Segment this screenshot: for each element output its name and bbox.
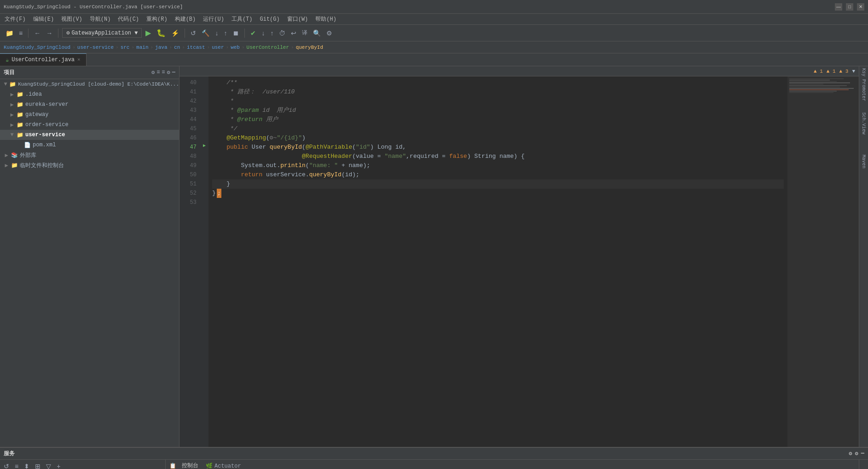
breadcrumb-itcast[interactable]: itcast [187, 45, 205, 50]
maximize-button[interactable]: □ [846, 3, 853, 11]
code-container: 40 41 42 43 44 45 46 47 48 49 50 51 52 5… [179, 76, 859, 447]
sidebar-item-eureka[interactable]: ▶ 📁 eureka-server [0, 99, 179, 110]
sidebar-item-idea[interactable]: ▶ 📁 .idea [0, 89, 179, 99]
git-history-btn[interactable]: ⏱ [277, 29, 287, 38]
menu-git[interactable]: Git(G) [257, 15, 282, 23]
svc-collapse-btn[interactable]: ≡ [13, 462, 20, 469]
maven-label: Maven [861, 155, 866, 168]
breadcrumb-module[interactable]: user-service [77, 45, 114, 50]
toolbar-separator-4 [244, 29, 245, 38]
debug-button[interactable]: 🐛 [155, 28, 168, 38]
sidebar-item-root[interactable]: ▼ 📁 KuangStudy_SpringCloud [cloud-demo] … [0, 79, 179, 89]
breadcrumb-class[interactable]: UserController [247, 45, 289, 50]
sidebar-icon-eq2[interactable]: ≡ [162, 69, 165, 76]
expand-icon[interactable]: ▼ [852, 69, 855, 74]
svc-add-btn[interactable]: + [55, 462, 62, 469]
code-editor[interactable]: /** * 路径： /user/110 * * @param id 用户id *… [208, 76, 787, 447]
menu-run[interactable]: 运行(U) [200, 14, 227, 24]
minimize-button[interactable]: — [835, 3, 842, 11]
sidebar-item-user[interactable]: ▼ 📁 user-service [0, 130, 179, 140]
toolbar-back[interactable]: ← [32, 29, 42, 38]
sidebar-icon-settings[interactable]: ⚙ [151, 69, 155, 76]
breadcrumb-root[interactable]: KuangStudy_SpringCloud [4, 45, 70, 50]
breadcrumb-cn[interactable]: cn [174, 45, 180, 50]
search-everywhere-btn[interactable]: 🔍 [311, 29, 323, 38]
breadcrumb-main[interactable]: main [136, 45, 148, 50]
console-tab-main[interactable]: 控制台 [180, 461, 200, 469]
menu-view[interactable]: 视图(V) [58, 14, 85, 24]
sidebar-title: 项目 [4, 69, 15, 76]
menu-nav[interactable]: 导航(N) [87, 14, 114, 24]
line-numbers: 40 41 42 43 44 45 46 47 48 49 50 51 52 5… [179, 76, 200, 447]
breadcrumb-src[interactable]: src [121, 45, 130, 50]
right-tool-panel: Ksy Promoter Sch.View Maven [859, 66, 868, 447]
run-button[interactable]: ▶ [144, 28, 153, 38]
project-tree-btn[interactable]: 📁 [4, 29, 15, 38]
git-update-btn[interactable]: ↓ [260, 29, 266, 38]
svc-filter-btn[interactable]: ⊞ [33, 462, 42, 469]
toolbar-icon-1[interactable]: ≡ [17, 29, 24, 38]
run-config-label: GatewayApplication ▼ [71, 30, 138, 36]
toolbar-icon-b[interactable]: ↑ [222, 29, 229, 38]
sidebar-item-external[interactable]: ▶ 📚 外部库 [0, 150, 179, 160]
project-sidebar: 项目 ⚙ ≡ ≡ ⚙ — ▼ 📁 KuangStudy_SpringCloud … [0, 66, 179, 447]
bottom-panel-minimize-icon[interactable]: — [861, 450, 864, 457]
bottom-panel-settings-icon[interactable]: ⚙ [849, 450, 852, 457]
git-push-btn[interactable]: ↑ [268, 29, 275, 38]
menu-help[interactable]: 帮助(H) [312, 14, 339, 24]
settings-btn[interactable]: ⚙ [324, 29, 334, 38]
run-config-selector[interactable]: ⚙ GatewayApplication ▼ [62, 28, 142, 38]
console-tab-actuator[interactable]: 🌿 Actuator [204, 462, 243, 469]
git-commit-btn[interactable]: ✔ [249, 29, 258, 38]
menu-code[interactable]: 代码(C) [115, 14, 142, 24]
folder-icon-order: 📁 [17, 122, 23, 128]
svc-expand-btn[interactable]: ⬍ [22, 462, 31, 469]
menu-edit[interactable]: 编辑(E) [30, 14, 57, 24]
toolbar-icon-c[interactable]: ⏹ [231, 29, 241, 38]
gutter-53 [200, 196, 208, 205]
svc-restart-btn[interactable]: ↺ [2, 462, 11, 469]
breadcrumb-method[interactable]: queryById [296, 45, 323, 50]
menu-window[interactable]: 窗口(W) [284, 14, 311, 24]
menu-build[interactable]: 构建(B) [172, 14, 199, 24]
actuator-icon: 🌿 [206, 463, 213, 469]
tree-label-temp: 临时文件和控制台 [20, 162, 64, 169]
sidebar-item-pom[interactable]: ▶ 📄 pom.xml [0, 140, 179, 150]
sidebar-icon-eq[interactable]: ≡ [156, 69, 160, 76]
svc-sort-btn[interactable]: ▽ [44, 462, 53, 469]
console-scrollbar[interactable] [859, 460, 868, 469]
sidebar-icon-close[interactable]: — [172, 69, 175, 76]
refresh-btn[interactable]: ↺ [189, 29, 198, 38]
build-btn[interactable]: 🔨 [200, 29, 211, 38]
line-num-46: 46 [179, 133, 197, 143]
bottom-panel-gear-icon[interactable]: ⚙ [855, 450, 858, 457]
sidebar-item-temp[interactable]: ▶ 📁 临时文件和控制台 [0, 160, 179, 170]
gutter-run-icon[interactable]: ▶ [203, 143, 206, 148]
git-rollback-btn[interactable]: ↩ [289, 29, 298, 38]
close-button[interactable]: ✕ [857, 3, 864, 11]
menu-file[interactable]: 文件(F) [2, 14, 29, 24]
toolbar-forward[interactable]: → [44, 29, 54, 38]
expand-root: ▼ [4, 81, 7, 87]
expand-order: ▶ [9, 122, 15, 128]
tree-label-pom: pom.xml [33, 142, 56, 148]
tree-label-user: user-service [25, 132, 65, 138]
run-coverage-btn[interactable]: ⚡ [169, 29, 181, 38]
tab-close-btn[interactable]: × [77, 57, 81, 63]
sidebar-item-order[interactable]: ▶ 📁 order-service [0, 120, 179, 130]
window-controls[interactable]: — □ ✕ [835, 3, 864, 11]
run-config-icon: ⚙ [66, 29, 69, 36]
warn-icon-1: ▲ 1 [814, 69, 823, 74]
breadcrumb-user[interactable]: user [212, 45, 224, 50]
sidebar-icon-gear[interactable]: ⚙ [167, 69, 170, 76]
breadcrumb-web[interactable]: web [231, 45, 240, 50]
bottom-panel-icons[interactable]: ⚙ ⚙ — [849, 450, 864, 457]
breadcrumb-java[interactable]: java [155, 45, 167, 50]
sidebar-icons[interactable]: ⚙ ≡ ≡ ⚙ — [151, 69, 175, 76]
toolbar-icon-a[interactable]: ↓ [213, 29, 220, 38]
menu-tools[interactable]: 工具(T) [229, 14, 255, 24]
menu-refactor[interactable]: 重构(R) [144, 14, 170, 24]
console-icon: 📋 [169, 463, 176, 469]
sidebar-item-gateway[interactable]: ▶ 📁 gateway [0, 110, 179, 120]
editor-tab-usercontroller[interactable]: ☕ UserController.java × [0, 53, 87, 66]
